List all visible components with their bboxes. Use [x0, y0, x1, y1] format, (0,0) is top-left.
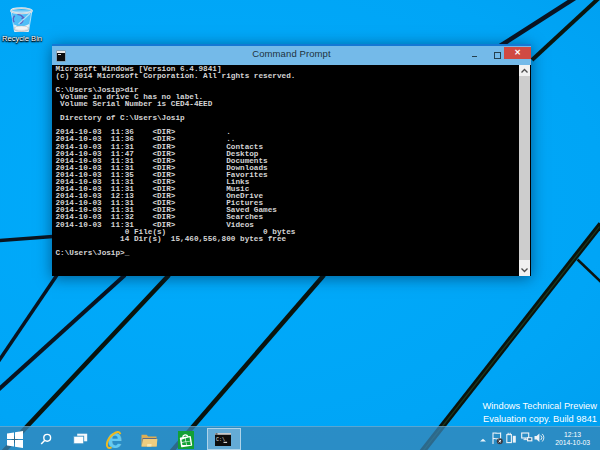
svg-text:C:\: C:\ — [216, 437, 225, 443]
